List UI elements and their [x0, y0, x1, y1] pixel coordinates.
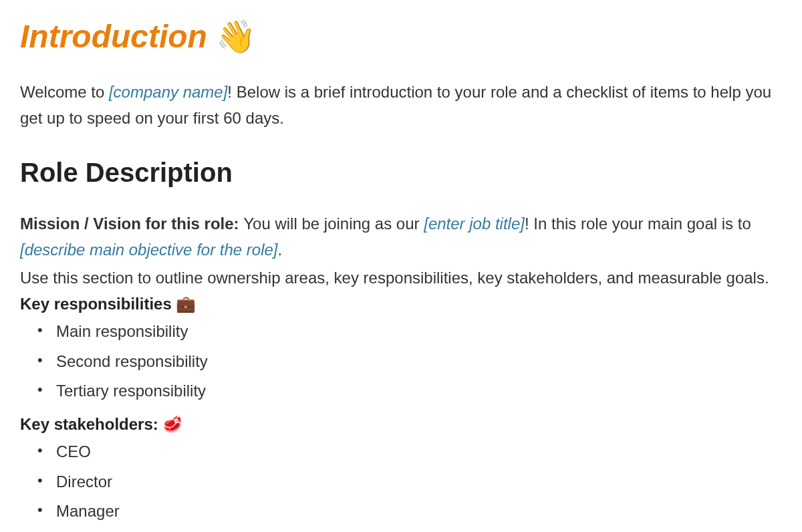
title-text: Introduction [20, 19, 207, 54]
list-item: Director [56, 467, 782, 497]
stakeholders-list: CEO Director Manager [20, 437, 782, 526]
list-item: Manager [56, 497, 782, 526]
list-item: Tertiary responsibility [56, 376, 782, 406]
list-item: Main responsibility [56, 317, 782, 346]
job-title-placeholder: [enter job title] [424, 215, 525, 233]
list-item: Second responsibility [56, 347, 782, 376]
mission-text-2: ! In this role your main goal is to [525, 215, 751, 233]
mission-text-3: . [278, 241, 283, 259]
company-name-placeholder: [company name] [109, 83, 227, 101]
mission-paragraph: Mission / Vision for this role: You will… [20, 211, 782, 263]
responsibilities-heading: Key responsibilities 💼 [20, 293, 782, 316]
mission-text-1: You will be joining as our [243, 215, 424, 233]
wave-icon: 👋 [216, 19, 256, 54]
intro-paragraph: Welcome to [company name]! Below is a br… [20, 79, 782, 132]
objective-placeholder: [describe main objective for the role] [20, 241, 278, 259]
role-description-heading: Role Description [20, 153, 782, 192]
page-title: Introduction 👋 [20, 13, 782, 60]
intro-prefix: Welcome to [20, 83, 109, 101]
list-item: CEO [56, 437, 782, 467]
stakeholders-heading: Key stakeholders: 🥩 [20, 413, 782, 436]
section-note: Use this section to outline ownership ar… [20, 265, 782, 291]
responsibilities-list: Main responsibility Second responsibilit… [20, 317, 782, 406]
mission-label: Mission / Vision for this role: [20, 215, 243, 233]
